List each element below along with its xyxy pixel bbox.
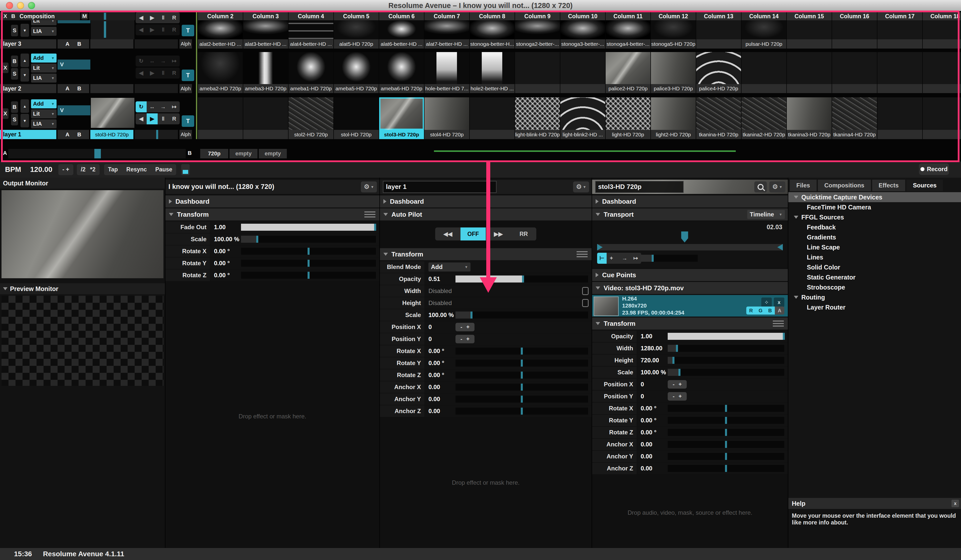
- clip-name[interactable]: palice3-HD 720p: [651, 84, 696, 93]
- layer2-thumbnail-toggle[interactable]: T: [182, 69, 194, 81]
- layer2-lit-dropdown[interactable]: Lit▼: [31, 64, 56, 72]
- channel-toggle-b[interactable]: B: [765, 306, 775, 314]
- layer1-bypass-button[interactable]: B: [11, 101, 18, 113]
- deck-tab-empty[interactable]: empty: [259, 149, 287, 158]
- clip-name[interactable]: alat6-better-HD ...: [379, 39, 424, 48]
- param-value[interactable]: 0.00 °: [214, 272, 241, 279]
- tree-item-feedback[interactable]: Feedback: [788, 222, 961, 232]
- column-header[interactable]: Column 2: [198, 12, 243, 20]
- clip-cell[interactable]: alat3-better-HD ...: [243, 20, 288, 48]
- param-slider[interactable]: [668, 453, 784, 460]
- collapse-triangle-icon[interactable]: [794, 196, 798, 199]
- tree-item-solid-color[interactable]: Solid Color: [788, 262, 961, 272]
- layer1-solo-button[interactable]: S: [11, 114, 18, 125]
- output-monitor-header[interactable]: Output Monitor: [0, 178, 165, 189]
- collapse-triangle-icon[interactable]: [794, 296, 798, 299]
- empty-clip-cell[interactable]: [741, 52, 786, 93]
- clip-name[interactable]: stonoga5-HD 720p: [651, 39, 696, 48]
- layer2-solo-button[interactable]: S: [11, 68, 18, 80]
- layer3-down-arrow[interactable]: ▼: [21, 24, 29, 37]
- record-button[interactable]: Record: [919, 164, 949, 175]
- clip-name[interactable]: alat3-better-HD ...: [243, 39, 288, 48]
- tree-item-layer-router[interactable]: Layer Router: [788, 302, 961, 312]
- layer3-lia-dropdown[interactable]: LIA▼: [31, 27, 56, 36]
- clip-cell[interactable]: ameba6-HD 720p: [379, 52, 424, 93]
- layer1-lit-dropdown[interactable]: Lit▼: [31, 109, 56, 118]
- layer1-down-arrow[interactable]: ▼: [21, 114, 29, 127]
- clip-name[interactable]: ameba2-HD 720p: [198, 84, 243, 93]
- autopilot-[interactable]: ◀◀: [435, 228, 461, 241]
- transport-button[interactable]: →: [157, 101, 169, 112]
- channel-toggle-a[interactable]: A: [775, 306, 784, 314]
- clip-name[interactable]: [787, 84, 832, 93]
- param-slider[interactable]: [241, 260, 376, 267]
- param-value[interactable]: 0.00: [429, 383, 455, 391]
- transport-button[interactable]: ‖: [157, 24, 169, 35]
- timeline-bar[interactable]: [597, 244, 783, 250]
- clip-name[interactable]: [470, 130, 514, 139]
- param-slider[interactable]: [455, 348, 588, 355]
- layer1-alpha[interactable]: Alph: [180, 130, 192, 139]
- layer2-clear-button[interactable]: X: [2, 63, 8, 73]
- param-value[interactable]: 0.00: [641, 453, 668, 460]
- transport-button[interactable]: ⊢: [597, 253, 607, 264]
- clip-cell[interactable]: stol-HD 720p: [334, 97, 379, 139]
- param-slider[interactable]: [455, 359, 588, 367]
- clip-cell[interactable]: stonoga2-better-...: [515, 20, 560, 48]
- layer3-fader-cell[interactable]: [91, 20, 134, 39]
- clip-name[interactable]: stol2-HD 720p: [289, 130, 333, 139]
- deck-tab-empty[interactable]: empty: [230, 149, 257, 158]
- param-slider[interactable]: [455, 408, 588, 415]
- crossfader-b-label[interactable]: B: [188, 150, 192, 156]
- clip-name[interactable]: [696, 39, 741, 48]
- param-value[interactable]: 0: [429, 324, 455, 331]
- channel-toggle-r[interactable]: R: [746, 306, 756, 314]
- tree-item-line-scape[interactable]: Line Scape: [788, 242, 961, 252]
- layer3-active-clip[interactable]: [90, 39, 133, 48]
- transport-button[interactable]: ↔: [147, 56, 157, 67]
- minus-plus-stepper[interactable]: -+: [455, 335, 474, 343]
- tree-item-ffgl-sources[interactable]: FFGL Sources: [788, 212, 961, 222]
- param-value[interactable]: 0.00 °: [214, 260, 241, 267]
- tree-item-gradients[interactable]: Gradients: [788, 232, 961, 242]
- tap-button[interactable]: Tap: [108, 166, 118, 173]
- tab-files[interactable]: Files: [790, 180, 816, 191]
- param-value[interactable]: 0.00: [429, 396, 455, 403]
- empty-clip-cell[interactable]: [560, 52, 605, 93]
- blend-mode-dropdown[interactable]: Add▼: [429, 263, 471, 271]
- layer-name-input[interactable]: [383, 181, 497, 193]
- clip-gear-button[interactable]: ⚙▼: [769, 181, 785, 193]
- param-value[interactable]: 720.00: [641, 357, 668, 364]
- composition-bypass-button[interactable]: B: [10, 13, 16, 19]
- transport-button[interactable]: R: [169, 113, 180, 124]
- minus-plus-stepper[interactable]: -+: [668, 380, 687, 388]
- param-value[interactable]: 0.00 °: [641, 405, 668, 412]
- layer1-v-bar[interactable]: V: [58, 105, 90, 116]
- preview-monitor-header[interactable]: Preview Monitor: [0, 283, 165, 294]
- clip-cell[interactable]: alat2-better-HD ...: [198, 20, 243, 48]
- bpm-divide-multiply-button[interactable]: /2*2: [77, 164, 100, 175]
- clip-name[interactable]: light-blink-HD 720p: [515, 130, 560, 139]
- layer2-v-bar[interactable]: V: [58, 59, 90, 69]
- clip-name[interactable]: [515, 84, 560, 93]
- tree-item-facetime-hd-camera[interactable]: FaceTime HD Camera: [788, 202, 961, 212]
- clip-video-section[interactable]: Video: stol3-HD 720p.mov: [592, 282, 788, 294]
- clip-cell[interactable]: light2-HD 720p: [651, 97, 696, 139]
- clip-name[interactable]: [741, 84, 786, 93]
- minus-plus-stepper[interactable]: -+: [668, 392, 687, 401]
- layer2-lia-dropdown[interactable]: LIA▼: [31, 74, 56, 83]
- empty-clip-cell[interactable]: [696, 20, 741, 48]
- column-header[interactable]: Column 3: [243, 12, 288, 20]
- clip-name[interactable]: ameba3-HD 720p: [243, 84, 288, 93]
- param-slider[interactable]: [668, 465, 784, 472]
- clip-cell[interactable]: alat4-better-HD ...: [289, 20, 333, 48]
- clip-name[interactable]: stonoga3-better-...: [560, 39, 605, 48]
- transport-button[interactable]: ↦: [169, 101, 180, 112]
- crossfader-a-label[interactable]: A: [3, 150, 7, 156]
- layer-dashboard-section[interactable]: Dashboard: [380, 196, 591, 207]
- layer2-ab[interactable]: AB: [58, 84, 89, 93]
- deck-tab-720p[interactable]: 720p: [200, 149, 228, 158]
- clip-name[interactable]: [923, 39, 961, 48]
- empty-clip-cell[interactable]: [923, 97, 961, 139]
- layer1-up-arrow[interactable]: ▲: [21, 99, 29, 113]
